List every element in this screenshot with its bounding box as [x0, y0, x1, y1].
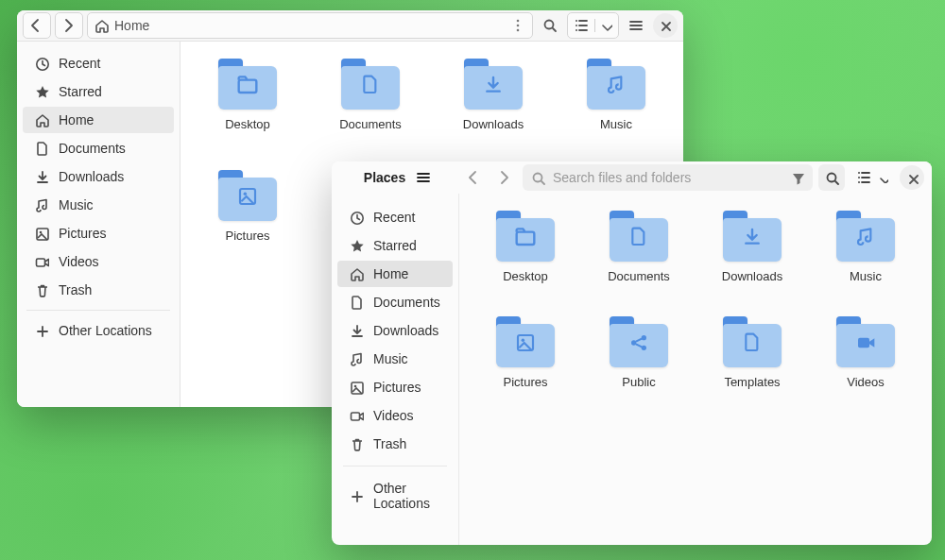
breadcrumb-label: Home [114, 18, 149, 33]
home-icon [94, 18, 109, 33]
file-manager-window-b: Places Search files and folders RecentSt… [332, 161, 932, 545]
folder-icon [341, 59, 400, 110]
sidebar-item-recent[interactable]: Recent [23, 50, 174, 76]
folder-desktop[interactable]: Desktop [496, 211, 555, 316]
sidebar-item-trash[interactable]: Trash [23, 277, 174, 303]
folder-downloads[interactable]: Downloads [463, 59, 524, 162]
hamburger-icon[interactable] [415, 169, 432, 186]
sidebar-item-label: Videos [373, 408, 414, 423]
folder-videos[interactable]: Videos [836, 316, 895, 422]
sidebar-item-label: Other Locations [373, 481, 441, 511]
close-button[interactable] [653, 13, 678, 38]
forward-button[interactable] [55, 12, 83, 39]
sidebar-item-videos[interactable]: Videos [337, 402, 453, 429]
headerbar: Home [17, 10, 683, 42]
folder-documents[interactable]: Documents [339, 59, 402, 162]
sidebar-item-music[interactable]: Music [337, 346, 453, 372]
folder-pictures[interactable]: Pictures [218, 170, 277, 274]
folder-downloads[interactable]: Downloads [722, 211, 782, 316]
search-button[interactable] [818, 164, 845, 191]
folder-label: Downloads [463, 117, 524, 131]
chevron-down-icon [599, 19, 612, 32]
folder-templates[interactable]: Templates [723, 316, 782, 422]
folder-pictures[interactable]: Pictures [496, 316, 555, 422]
back-button[interactable] [23, 12, 51, 39]
folder-icon [723, 211, 782, 262]
folder-public[interactable]: Public [610, 316, 668, 422]
sidebar-item-trash[interactable]: Trash [337, 431, 453, 457]
sidebar-item-starred[interactable]: Starred [23, 78, 174, 105]
music-icon [34, 197, 49, 212]
sidebar-item-music[interactable]: Music [23, 192, 174, 218]
home-icon [349, 266, 364, 281]
clock-icon [349, 210, 364, 225]
search-icon [530, 170, 545, 185]
folder-icon [836, 316, 895, 367]
sidebar-item-label: Music [373, 351, 408, 366]
close-button[interactable] [900, 165, 924, 190]
sidebar-item-downloads[interactable]: Downloads [23, 163, 174, 190]
folder-icon [723, 316, 782, 367]
sidebar-item-downloads[interactable]: Downloads [337, 317, 453, 344]
forward-button[interactable] [492, 165, 517, 190]
trash-icon [349, 436, 364, 451]
view-mode-dropdown[interactable] [567, 12, 619, 39]
sidebar-item-starred[interactable]: Starred [337, 232, 453, 259]
folder-music[interactable]: Music [836, 211, 895, 316]
sidebar-item-recent[interactable]: Recent [337, 204, 453, 230]
sidebar-item-label: Music [59, 197, 94, 212]
doc-icon [349, 295, 364, 310]
folder-label: Templates [724, 375, 780, 389]
folder-music[interactable]: Music [587, 59, 645, 162]
sidebar-item-label: Home [59, 112, 94, 127]
sidebar-item-other-locations[interactable]: Other Locations [23, 317, 174, 344]
hamburger-button[interactable] [623, 13, 649, 38]
sidebar-item-label: Recent [59, 56, 100, 71]
sidebar-item-documents[interactable]: Documents [337, 289, 453, 315]
sidebar-item-label: Recent [373, 210, 415, 225]
sidebar: RecentStarredHomeDocumentsDownloadsMusic… [332, 194, 459, 545]
folder-desktop[interactable]: Desktop [218, 59, 277, 162]
view-mode-dropdown[interactable] [850, 164, 894, 191]
folder-icon [218, 170, 277, 221]
sidebar-item-home[interactable]: Home [337, 261, 453, 287]
folder-icon [464, 59, 523, 110]
folder-label: Desktop [503, 269, 548, 283]
image-icon [349, 380, 364, 395]
doc-icon [34, 141, 49, 156]
sidebar-item-label: Starred [373, 238, 417, 253]
home-icon [34, 112, 49, 127]
search-field[interactable]: Search files and folders [523, 164, 813, 191]
sidebar-item-videos[interactable]: Videos [23, 248, 174, 275]
video-icon [34, 254, 49, 269]
path-bar[interactable]: Home [87, 12, 533, 39]
sidebar-item-label: Pictures [373, 380, 421, 395]
sidebar: RecentStarredHomeDocumentsDownloadsMusic… [17, 42, 180, 407]
list-icon [574, 17, 591, 34]
folder-label: Documents [339, 117, 402, 131]
filter-icon[interactable] [790, 170, 805, 185]
chevron-down-icon [877, 172, 888, 183]
search-placeholder: Search files and folders [553, 170, 691, 185]
folder-label: Downloads [722, 269, 782, 283]
back-button[interactable] [462, 165, 487, 190]
sidebar-item-pictures[interactable]: Pictures [23, 220, 174, 246]
folder-label: Videos [847, 375, 885, 389]
plus-icon [34, 323, 49, 338]
sidebar-item-label: Starred [59, 84, 102, 99]
folder-icon [610, 316, 668, 367]
sidebar-item-label: Documents [373, 295, 440, 310]
folder-icon [587, 59, 645, 110]
folder-documents[interactable]: Documents [608, 211, 670, 316]
folder-icon [218, 59, 277, 110]
kebab-icon[interactable] [509, 17, 526, 34]
sidebar-item-pictures[interactable]: Pictures [337, 374, 453, 400]
search-button[interactable] [537, 13, 563, 38]
sidebar-item-label: Downloads [59, 169, 124, 184]
sidebar-item-other-locations[interactable]: Other Locations [337, 475, 453, 517]
sidebar-item-documents[interactable]: Documents [23, 135, 174, 161]
trash-icon [34, 282, 49, 297]
sidebar-item-label: Trash [373, 436, 406, 451]
sidebar-item-home[interactable]: Home [23, 107, 174, 133]
folder-label: Music [600, 117, 632, 131]
